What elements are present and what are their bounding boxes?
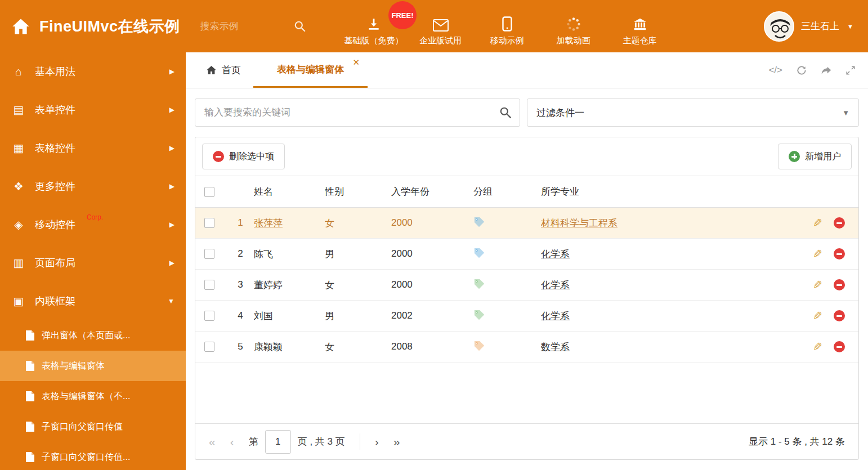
free-badge: FREE! <box>388 1 417 29</box>
nav-item-loading-animation[interactable]: 加载动画 <box>544 7 603 46</box>
sidebar: ⌂ 基本用法 ▶ ▤ 表单控件 ▶ ▦ 表格控件 ▶ ❖ 更多控件 ▶ ◈ 移动 <box>0 52 186 470</box>
major-link[interactable]: 化学系 <box>541 249 570 259</box>
sidebar-subitem-popup-window[interactable]: 弹出窗体（本页面或... <box>0 320 186 351</box>
major-link[interactable]: 化学系 <box>541 280 570 290</box>
delete-icon[interactable] <box>834 341 845 352</box>
sidebar-item-mobile-controls[interactable]: ◈ 移动控件 Corp. ▶ <box>0 205 186 244</box>
nav-item-enterprise-trial[interactable]: 企业版试用 <box>411 7 470 46</box>
cell-gender: 男 <box>325 248 391 261</box>
chevron-down-icon: ▼ <box>847 23 853 30</box>
table-row[interactable]: 5 康颖颖 女 2008 数学系 ✎ <box>195 332 858 362</box>
grid-toolbar: 删除选中项 新增用户 <box>195 137 858 176</box>
download-icon <box>366 16 381 32</box>
sidebar-item-page-layout[interactable]: ▥ 页面布局 ▶ <box>0 244 186 282</box>
share-icon[interactable] <box>821 65 832 76</box>
major-link[interactable]: 化学系 <box>541 311 570 321</box>
major-link[interactable]: 数学系 <box>541 342 570 352</box>
brand-title: FineUIMvc在线示例 <box>39 16 180 37</box>
table-row[interactable]: 4 刘国 男 2002 化学系 ✎ <box>195 301 858 332</box>
sidebar-item-form-controls[interactable]: ▤ 表单控件 ▶ <box>0 91 186 129</box>
header-search-input[interactable] <box>199 20 289 33</box>
chevron-right-icon: ▶ <box>169 106 175 114</box>
user-grid-panel: 删除选中项 新增用户 姓名 性别 入学年份 分组 <box>195 137 859 460</box>
refresh-icon[interactable] <box>796 65 807 76</box>
sidebar-subitem-grid-edit-window[interactable]: 表格与编辑窗体 <box>0 351 186 381</box>
sidebar-item-basic-usage[interactable]: ⌂ 基本用法 ▶ <box>0 52 186 91</box>
delete-icon[interactable] <box>834 248 845 259</box>
sidebar-item-iframe[interactable]: ▣ 内联框架 ▼ <box>0 282 186 320</box>
page-suffix: 页 , 共 3 页 <box>298 435 345 448</box>
filter-dropdown[interactable]: 过滤条件一 ▼ <box>527 99 859 127</box>
tab-bar: 首页 表格与编辑窗体 ✕ </> <box>186 52 868 88</box>
last-page-icon[interactable]: » <box>393 436 400 447</box>
edit-icon[interactable]: ✎ <box>813 216 822 230</box>
sidebar-subitem-grid-edit-window-2[interactable]: 表格与编辑窗体（不... <box>0 381 186 411</box>
sidebar-subitem-label: 表格与编辑窗体（不... <box>42 391 130 402</box>
table-row[interactable]: 1 张萍萍 女 2000 材料科学与工程系 ✎ <box>195 208 858 239</box>
prev-page-icon[interactable]: ‹ <box>230 436 234 447</box>
pagination-bar: « ‹ 第 页 , 共 3 页 › » 显示 1 - 5 条 , 共 12 条 <box>195 423 858 459</box>
nav-item-mobile-demo[interactable]: 移动示例 <box>478 7 536 46</box>
sidebar-item-label: 移动控件 <box>35 218 75 231</box>
grid-empty-area <box>195 362 858 423</box>
row-checkbox[interactable] <box>204 311 214 321</box>
add-user-button[interactable]: 新增用户 <box>778 144 852 169</box>
chevron-down-icon: ▼ <box>168 297 175 305</box>
table-row[interactable]: 3 董婷婷 女 2000 化学系 ✎ <box>195 270 858 301</box>
expand-icon[interactable] <box>845 65 856 75</box>
first-page-icon[interactable]: « <box>209 436 216 447</box>
spinner-icon <box>566 16 581 32</box>
major-link[interactable]: 材料科学与工程系 <box>541 218 618 229</box>
search-icon[interactable] <box>294 20 306 33</box>
sidebar-item-label: 更多控件 <box>35 180 75 193</box>
table-icon: ▦ <box>11 141 26 155</box>
plus-circle-icon <box>789 151 800 162</box>
delete-selected-button[interactable]: 删除选中项 <box>202 144 285 169</box>
delete-icon[interactable] <box>834 310 845 321</box>
page-number-input[interactable] <box>265 430 291 454</box>
tab-home[interactable]: 首页 <box>194 52 253 88</box>
edit-icon[interactable]: ✎ <box>813 340 822 353</box>
minus-circle-icon <box>213 151 224 162</box>
column-header-major[interactable]: 所学专业 <box>541 185 791 198</box>
tab-label: 首页 <box>222 64 241 77</box>
tab-grid-edit-window[interactable]: 表格与编辑窗体 ✕ <box>253 52 368 88</box>
sidebar-item-more-controls[interactable]: ❖ 更多控件 ▶ <box>0 167 186 205</box>
row-checkbox[interactable] <box>204 280 214 290</box>
select-all-checkbox[interactable] <box>204 187 214 197</box>
delete-icon[interactable] <box>834 217 845 229</box>
row-checkbox[interactable] <box>204 249 214 259</box>
table-row[interactable]: 2 陈飞 男 2000 化学系 ✎ <box>195 239 858 270</box>
column-header-name[interactable]: 姓名 <box>254 185 325 198</box>
code-icon[interactable]: </> <box>768 65 782 76</box>
row-checkbox[interactable] <box>204 218 214 228</box>
filter-dropdown-value: 过滤条件一 <box>536 106 584 119</box>
avatar <box>764 11 794 42</box>
row-index: 3 <box>227 279 254 290</box>
edit-icon[interactable]: ✎ <box>813 278 822 292</box>
column-header-year[interactable]: 入学年份 <box>391 185 473 198</box>
bank-icon <box>632 16 648 32</box>
cell-year: 2000 <box>391 279 473 290</box>
next-page-icon[interactable]: › <box>375 436 379 447</box>
delete-icon[interactable] <box>834 279 845 290</box>
edit-icon[interactable]: ✎ <box>813 309 822 323</box>
page-jump: 第 页 , 共 3 页 <box>249 430 345 454</box>
page-body: 过滤条件一 ▼ 删除选中项 新增用户 <box>186 88 868 470</box>
sidebar-subitem-label: 表格与编辑窗体 <box>42 360 105 372</box>
sidebar-subitem-child-to-parent[interactable]: 子窗口向父窗口传值 <box>0 411 186 442</box>
brand[interactable]: FineUIMvc在线示例 <box>0 16 191 37</box>
nav-item-theme-repo[interactable]: 主题仓库 <box>611 7 669 46</box>
chevron-right-icon: ▶ <box>169 221 175 229</box>
search-icon[interactable] <box>499 106 512 119</box>
close-icon[interactable]: ✕ <box>352 57 360 68</box>
user-menu[interactable]: 三生石上 ▼ <box>764 11 868 42</box>
tag-icon <box>473 309 485 320</box>
edit-icon[interactable]: ✎ <box>813 247 822 261</box>
keyword-search-input[interactable] <box>203 106 499 119</box>
sidebar-item-grid-controls[interactable]: ▦ 表格控件 ▶ <box>0 129 186 167</box>
column-header-group[interactable]: 分组 <box>473 185 541 198</box>
row-checkbox[interactable] <box>204 342 214 352</box>
sidebar-subitem-child-to-parent-2[interactable]: 子窗口向父窗口传值... <box>0 442 186 470</box>
column-header-gender[interactable]: 性别 <box>325 185 391 198</box>
